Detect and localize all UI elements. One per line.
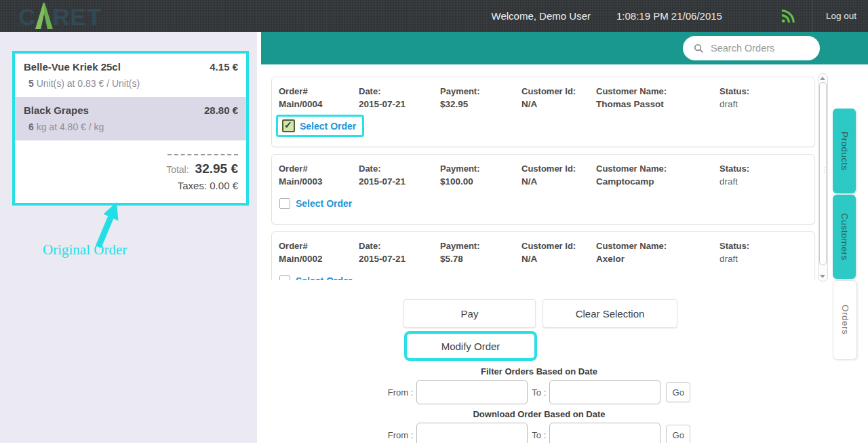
- download-from-label: From :: [388, 430, 414, 440]
- select-order-checkbox[interactable]: [279, 198, 290, 209]
- search-orders-box[interactable]: [683, 36, 820, 60]
- filter-orders-section: Filter Orders Based on Date From : To : …: [376, 366, 702, 404]
- modify-order-button[interactable]: Modify Order: [407, 334, 534, 358]
- order-customer-name: Camptocamp: [596, 176, 719, 187]
- orders-scrollbar[interactable]: ⋮: [818, 73, 828, 282]
- col-header-order: Order#: [279, 163, 359, 174]
- filter-go-button[interactable]: Go: [666, 382, 690, 402]
- original-order-annotation: Original Order: [43, 242, 127, 258]
- cart-item-name: Black Grapes: [24, 104, 89, 116]
- col-header-order: Order#: [279, 241, 359, 251]
- datetime-text: 1:08:19 PM 21/06/2015: [616, 10, 722, 22]
- filter-from-label: From :: [388, 387, 414, 398]
- order-date: 2015-07-21: [359, 99, 440, 109]
- top-bar: C RET Welcome, Demo User 1:08:19 PM 21/0…: [0, 0, 868, 32]
- download-go-button[interactable]: Go: [666, 425, 690, 443]
- app-logo: C RET: [18, 2, 102, 31]
- scrollbar-thumb[interactable]: ⋮: [819, 82, 827, 265]
- cart-item[interactable]: Belle-Vue Kriek 25cl 4.15 € 5 Unit(s) at…: [15, 54, 246, 97]
- order-date: 2015-07-21: [359, 176, 440, 187]
- order-number: Main/0002: [279, 254, 359, 264]
- tab-orders-label: Orders: [840, 305, 850, 334]
- total-label: Total:: [166, 164, 189, 175]
- filter-orders-title: Filter Orders Based on Date: [376, 366, 702, 377]
- order-payment: $100.00: [440, 176, 521, 187]
- logo-text-post: RET: [52, 3, 102, 31]
- download-to-input[interactable]: [549, 423, 660, 443]
- order-customer-name: Thomas Passot: [596, 99, 719, 109]
- original-order-box: Belle-Vue Kriek 25cl 4.15 € 5 Unit(s) at…: [12, 51, 249, 206]
- col-header-customer-id: Customer Id:: [521, 163, 596, 174]
- select-order-checkbox[interactable]: [279, 275, 290, 280]
- orders-list: Order#Main/0004 Date:2015-07-21 Payment:…: [266, 73, 818, 280]
- order-customer-id: N/A: [521, 254, 596, 264]
- scroll-down-icon[interactable]: [820, 275, 825, 278]
- download-orders-section: Download Order Based on Date From : To :…: [376, 409, 702, 443]
- order-card: Order#Main/0003 Date:2015-07-21 Payment:…: [271, 154, 815, 225]
- select-order-label[interactable]: Select Order: [296, 275, 352, 280]
- col-header-date: Date:: [359, 163, 440, 174]
- select-order-label[interactable]: Select Order: [300, 121, 356, 132]
- order-date: 2015-07-21: [359, 254, 440, 264]
- order-card: Order#Main/0002 Date:2015-07-21 Payment:…: [271, 231, 815, 280]
- col-header-customer-id: Customer Id:: [521, 86, 596, 96]
- total-value: 32.95 €: [195, 161, 238, 176]
- col-header-date: Date:: [359, 86, 440, 96]
- col-header-customer-name: Customer Name:: [596, 241, 719, 251]
- col-header-payment: Payment:: [440, 86, 521, 96]
- order-number: Main/0003: [279, 176, 359, 187]
- cart-item-detail: 5 Unit(s) at 0.83 € / Unit(s): [24, 78, 238, 89]
- cart-item-detail: 6 kg at 4.80 € / kg: [24, 121, 238, 132]
- col-header-status: Status:: [719, 86, 809, 96]
- select-order-label[interactable]: Select Order: [296, 198, 352, 209]
- download-orders-title: Download Order Based on Date: [376, 409, 702, 419]
- order-customer-id: N/A: [521, 176, 596, 187]
- col-header-customer-id: Customer Id:: [521, 241, 596, 251]
- scrollbar-grip-icon: ⋮: [821, 168, 828, 172]
- download-from-input[interactable]: [416, 423, 528, 443]
- order-customer-id: N/A: [521, 99, 596, 109]
- connection-status-icon: [781, 9, 795, 24]
- search-icon: [694, 43, 704, 54]
- cart-totals: Total: 32.95 € Taxes: 0.00 €: [102, 154, 238, 191]
- col-header-payment: Payment:: [440, 241, 521, 251]
- cart-item-price: 4.15 €: [210, 61, 238, 73]
- cart-item-price: 28.80 €: [204, 104, 238, 116]
- scroll-up-icon[interactable]: [820, 77, 825, 80]
- col-header-order: Order#: [279, 86, 359, 96]
- select-order-highlight: Select Order: [276, 115, 364, 137]
- filter-to-input[interactable]: [549, 380, 660, 404]
- order-status: draft: [719, 254, 809, 264]
- search-orders-input[interactable]: [709, 42, 814, 54]
- clear-selection-button[interactable]: Clear Selection: [542, 299, 677, 328]
- tab-products[interactable]: Products: [833, 109, 856, 193]
- select-order-checkbox[interactable]: [282, 119, 295, 132]
- order-number: Main/0004: [279, 99, 359, 109]
- taxes-row: Taxes: 0.00 €: [102, 180, 238, 191]
- col-header-status: Status:: [719, 241, 809, 251]
- filter-from-input[interactable]: [416, 380, 528, 404]
- cart-item-selected[interactable]: Black Grapes 28.80 € 6 kg at 4.80 € / kg: [15, 97, 246, 140]
- col-header-customer-name: Customer Name:: [596, 86, 719, 96]
- totals-divider: [167, 154, 238, 155]
- order-payment: $32.95: [440, 99, 521, 109]
- tab-customers[interactable]: Customers: [833, 195, 856, 279]
- col-header-payment: Payment:: [440, 163, 521, 174]
- order-payment: $5.78: [440, 254, 521, 264]
- download-to-label: To :: [532, 430, 546, 440]
- col-header-customer-name: Customer Name:: [596, 163, 719, 174]
- col-header-date: Date:: [359, 241, 440, 251]
- tab-customers-label: Customers: [840, 213, 850, 261]
- order-customer-name: Axelor: [596, 254, 719, 264]
- col-header-status: Status:: [719, 163, 809, 174]
- welcome-text: Welcome, Demo User: [492, 10, 591, 22]
- filter-to-label: To :: [532, 387, 546, 398]
- order-status: draft: [719, 99, 809, 109]
- cart-item-name: Belle-Vue Kriek 25cl: [24, 61, 121, 73]
- order-status: draft: [719, 176, 809, 187]
- tab-orders[interactable]: Orders: [833, 280, 857, 360]
- logout-button[interactable]: Log out: [812, 0, 868, 32]
- pay-button[interactable]: Pay: [403, 299, 536, 328]
- order-card: Order#Main/0004 Date:2015-07-21 Payment:…: [271, 77, 815, 147]
- tab-products-label: Products: [840, 132, 850, 170]
